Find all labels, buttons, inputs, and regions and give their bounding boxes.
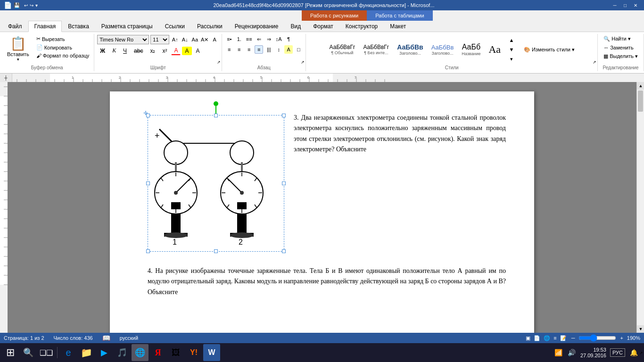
language-indicator[interactable]: РУС [610, 348, 625, 357]
style-heading1[interactable]: АаБбВв Заголово... [394, 41, 427, 58]
rotation-handle[interactable] [214, 101, 218, 106]
print-layout-btn[interactable]: ▣ [525, 334, 531, 342]
underline-button[interactable]: Ч [120, 47, 130, 55]
close-button[interactable]: ✕ [631, 1, 640, 9]
style-scroll-down[interactable]: ▼ [507, 45, 516, 54]
paste-button[interactable]: 📋 Вставить ▾ [3, 35, 33, 62]
style-aa[interactable]: Аа [486, 41, 504, 58]
highlight-button[interactable]: A [182, 47, 191, 55]
chrome-icon[interactable]: 🌐 [132, 344, 149, 361]
tab-constructor[interactable]: Конструктор [339, 21, 384, 32]
decrease-font-button[interactable]: A↓ [181, 35, 189, 44]
border-button[interactable]: □ [294, 45, 303, 54]
outline-btn[interactable]: ≡ [553, 334, 557, 342]
line-spacing-button[interactable]: ↕ [274, 45, 283, 54]
superscript-button[interactable]: x² [159, 47, 170, 55]
tab-insert[interactable]: Вставка [62, 21, 95, 32]
electrometer-image[interactable]: ✛ + [148, 115, 284, 252]
decrease-indent-button[interactable]: ⇐ [255, 35, 263, 43]
tab-table[interactable]: Работа с таблицами [367, 10, 432, 21]
resize-handle-bl[interactable] [146, 249, 150, 253]
tab-review[interactable]: Рецензирование [229, 21, 285, 32]
copy-format-button[interactable]: A [210, 35, 219, 44]
draft-btn[interactable]: 📝 [559, 334, 568, 342]
photo-icon[interactable]: 🖼 [167, 344, 184, 361]
resize-handle-bm[interactable] [214, 249, 218, 253]
clear-format-button[interactable]: A✕ [200, 35, 209, 44]
strikethrough-button[interactable]: abc [131, 47, 146, 55]
resize-handle-tm[interactable] [214, 114, 218, 117]
font-expand[interactable]: ↗ [217, 60, 221, 65]
change-styles-button[interactable]: 🎨Изменить стили ▾ [521, 46, 578, 54]
find-button[interactable]: 🔍Найти ▾ [601, 35, 633, 43]
tab-drawing[interactable]: Работа с рисунками [302, 10, 367, 21]
zoom-level[interactable]: 190% [627, 335, 640, 341]
replace-button[interactable]: ↔Заменить [601, 44, 636, 51]
sort-button[interactable]: ↕A [274, 35, 283, 43]
show-marks-button[interactable]: ¶ [284, 35, 293, 43]
yandex-icon[interactable]: Я [149, 344, 166, 361]
zoom-plus[interactable]: + [620, 335, 623, 341]
reading-layout-btn[interactable]: 📄 [533, 334, 541, 342]
font-size-select[interactable]: 11 [150, 35, 169, 44]
increase-indent-button[interactable]: ⇒ [264, 35, 273, 43]
minimize-button[interactable]: ─ [610, 1, 619, 9]
styles-expand-button[interactable]: ▾ [507, 55, 516, 63]
align-center-button[interactable]: ≡ [235, 45, 243, 54]
style-scroll-up[interactable]: ▲ [507, 36, 516, 44]
clock-widget[interactable]: 19:53 27.09.2016 [580, 347, 606, 358]
tab-layout[interactable]: Разметка страницы [95, 21, 159, 32]
zoom-minus[interactable]: ─ [571, 335, 575, 341]
columns-button[interactable]: ||| [264, 45, 273, 54]
font-name-select[interactable]: Times New Ro [97, 35, 149, 44]
scroll-up-arrow[interactable]: ▲ [637, 82, 644, 90]
resize-handle-tr[interactable] [282, 114, 286, 117]
styles-expand[interactable]: ↗ [593, 60, 596, 65]
cut-button[interactable]: ✂Вырезать [34, 35, 91, 43]
multilevel-button[interactable]: ≡≡ [245, 35, 253, 43]
format-painter-button[interactable]: 🖌Формат по образцу [34, 52, 91, 59]
tab-mailings[interactable]: Рассылки [191, 21, 229, 32]
ruler-corner[interactable]: ┼ [0, 74, 12, 82]
resize-handle-br[interactable] [282, 249, 286, 253]
clipboard-expand[interactable]: ↗ [639, 351, 643, 355]
align-left-button[interactable]: ≡ [225, 45, 233, 54]
justify-button[interactable]: ≡ [255, 45, 263, 54]
style-title[interactable]: АаБб Название [458, 41, 484, 58]
tab-home[interactable]: Главная [28, 21, 62, 32]
app3-icon[interactable]: ▶ [96, 344, 113, 361]
align-right-button[interactable]: ≡ [245, 45, 253, 54]
numbering-button[interactable]: 1. [235, 35, 243, 43]
tab-format[interactable]: Формат [307, 21, 339, 32]
start-button[interactable]: ⊞ [2, 344, 19, 361]
spell-check-icon[interactable]: 📖 [102, 334, 110, 342]
notification-icon[interactable]: 🔔 [629, 348, 638, 357]
app4-icon[interactable]: 🎵 [114, 344, 131, 361]
bold-button[interactable]: Ж [97, 47, 108, 55]
volume-tray-icon[interactable]: 🔊 [567, 348, 577, 357]
zoom-slider[interactable] [578, 334, 616, 342]
subscript-button[interactable]: x₂ [147, 47, 158, 55]
move-handle[interactable]: ✛ [142, 110, 149, 116]
bullets-button[interactable]: ≡• [225, 35, 233, 43]
tab-file[interactable]: Файл [2, 21, 28, 32]
scroll-down-arrow[interactable]: ▼ [637, 325, 644, 333]
explorer-icon[interactable]: 📁 [78, 344, 95, 361]
resize-handle-mr[interactable] [282, 181, 286, 185]
tab-references[interactable]: Ссылки [159, 21, 191, 32]
style-heading2[interactable]: АаБбВв Заголово... [428, 42, 457, 58]
tab-layout2[interactable]: Макет [384, 21, 412, 32]
select-button[interactable]: ▦Выделить ▾ [601, 52, 641, 60]
search-button[interactable]: 🔍 [20, 344, 37, 361]
shading-button[interactable]: A [284, 45, 293, 54]
increase-font-button[interactable]: A↑ [171, 35, 179, 44]
font-color2-button[interactable]: A [193, 47, 203, 55]
copy-button[interactable]: 📄Копировать [34, 43, 91, 51]
italic-button[interactable]: К [109, 46, 119, 55]
text-color-button[interactable]: A [171, 46, 181, 55]
word-icon[interactable]: W [203, 344, 220, 361]
task-view-button[interactable]: ❑❑ [38, 344, 55, 361]
scroll-thumb[interactable] [638, 90, 643, 112]
maximize-button[interactable]: □ [620, 1, 630, 9]
network-tray-icon[interactable]: 📶 [554, 348, 563, 357]
